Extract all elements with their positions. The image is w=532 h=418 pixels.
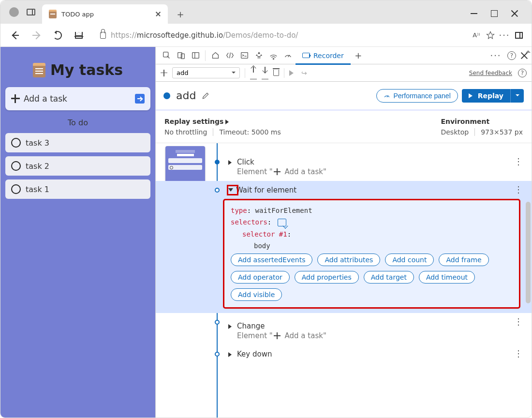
recording-status-icon — [163, 92, 170, 99]
task-checkbox[interactable] — [11, 138, 21, 148]
pill-add-properties[interactable]: Add properties — [295, 271, 359, 284]
caret-right-icon — [225, 119, 231, 124]
devtools-menu-button[interactable]: ··· — [489, 49, 502, 62]
favorite-icon[interactable] — [486, 31, 495, 40]
add-field-pills: Add assertedEvents Add attributes Add co… — [231, 254, 513, 301]
selector-picker-icon[interactable] — [278, 219, 286, 226]
step-click[interactable]: ⋮ Click Element " Add a task" — [156, 143, 532, 181]
window-close-button[interactable] — [511, 10, 518, 17]
more-tabs-button[interactable]: + — [352, 49, 365, 62]
step-keydown[interactable]: ⋮ Key down — [156, 345, 532, 363]
step-menu-button[interactable]: ⋮ — [514, 160, 523, 164]
step-menu-button[interactable]: ⋮ — [514, 352, 523, 356]
console-tab-icon[interactable] — [237, 49, 251, 62]
pill-add-target[interactable]: Add target — [364, 271, 414, 284]
sidebar-toggle-icon[interactable] — [514, 30, 524, 40]
delete-recording-button[interactable] — [273, 70, 279, 76]
add-task-input[interactable]: Add a task — [5, 87, 150, 110]
environment-device: Desktop — [441, 128, 475, 136]
dock-side-icon[interactable] — [189, 49, 202, 62]
add-task-submit-button[interactable] — [135, 94, 145, 104]
import-button[interactable] — [262, 66, 268, 73]
step-menu-button[interactable]: ⋮ — [514, 188, 523, 192]
environment-heading: Environment — [441, 118, 489, 125]
pill-add-timeout[interactable]: Add timeout — [419, 271, 475, 284]
recorder-icon — [302, 53, 310, 58]
pill-add-attributes[interactable]: Add attributes — [317, 254, 380, 266]
task-checkbox[interactable] — [11, 184, 21, 194]
devtools-close-button[interactable] — [521, 52, 528, 59]
recorder-toolbar: add ↪ Send feedback ? — [156, 64, 532, 82]
window-controls — [471, 10, 528, 24]
inspect-element-icon[interactable] — [160, 49, 173, 62]
window-maximize-button[interactable] — [491, 10, 498, 17]
window-titlebar: TODO app + — [0, 0, 532, 24]
task-item[interactable]: task 2 — [5, 156, 150, 176]
export-button[interactable] — [250, 66, 257, 73]
task-checkbox[interactable] — [11, 161, 21, 171]
recording-settings: Replay settings No throttling Timeout: 5… — [156, 111, 532, 143]
recording-selector[interactable]: add — [172, 67, 240, 78]
url-text: https://microsoftedge.github.io/Demos/de… — [111, 31, 460, 40]
timeline-node-icon — [215, 188, 220, 193]
devtools-help-button[interactable]: ? — [507, 51, 516, 60]
replay-settings-heading[interactable]: Replay settings — [164, 118, 223, 125]
step-change[interactable]: ⋮ Change Element " Add a task" — [156, 313, 532, 345]
recorder-help-button[interactable]: ? — [518, 69, 527, 77]
send-feedback-link[interactable]: Send feedback — [469, 70, 512, 76]
pill-add-count[interactable]: Add count — [385, 254, 434, 266]
pill-add-visible[interactable]: Add visible — [231, 288, 282, 301]
performance-panel-button[interactable]: Performance panel — [376, 89, 458, 103]
step-wait-for-element[interactable]: ⋮ Wait for element type: waitForElement … — [156, 181, 532, 313]
nav-refresh-button[interactable] — [48, 26, 67, 45]
pill-add-frame[interactable]: Add frame — [439, 254, 488, 266]
annotation-highlight — [227, 185, 238, 195]
browser-tab[interactable]: TODO app — [42, 4, 168, 24]
timeline-node-icon — [215, 160, 220, 164]
step-menu-button[interactable]: ⋮ — [514, 320, 523, 324]
pill-add-assertedevents[interactable]: Add assertedEvents — [231, 254, 312, 266]
elements-tab-icon[interactable] — [223, 49, 236, 62]
todo-app: My tasks Add a task To do task 3 task 2 … — [0, 47, 155, 418]
recorder-tab[interactable]: Recorder — [296, 47, 351, 65]
network-tab-icon[interactable] — [266, 49, 280, 62]
task-label: task 1 — [26, 185, 49, 194]
timeout-value: Timeout: 5000 ms — [219, 128, 286, 136]
lock-icon[interactable] — [100, 32, 106, 39]
devtools-panel: Recorder + ··· ? add ↪ Send feedback ? — [155, 47, 532, 418]
window-minimize-button[interactable] — [471, 10, 477, 17]
plus-icon — [274, 168, 281, 176]
plus-icon — [11, 94, 20, 103]
expand-icon[interactable] — [228, 352, 234, 357]
scrollbar-thumb[interactable] — [526, 202, 531, 303]
add-task-placeholder: Add a task — [24, 94, 67, 104]
performance-tab-icon[interactable] — [281, 49, 295, 62]
welcome-tab-icon[interactable] — [208, 49, 222, 62]
new-recording-button[interactable] — [161, 70, 167, 76]
browser-menu-button[interactable]: ··· — [500, 30, 509, 40]
task-item[interactable]: task 3 — [5, 133, 150, 152]
clipboard-icon — [33, 63, 45, 77]
scrollbar-up-icon[interactable] — [526, 48, 531, 53]
profile-icon[interactable] — [9, 7, 19, 17]
pill-add-operator[interactable]: Add operator — [231, 271, 290, 284]
replay-button[interactable]: Replay — [462, 89, 524, 103]
device-emulation-icon[interactable] — [174, 49, 188, 62]
new-tab-button[interactable]: + — [173, 6, 188, 22]
url-field[interactable]: https://microsoftedge.github.io/Demos/de… — [93, 27, 467, 44]
replay-dropdown-button[interactable] — [510, 89, 524, 103]
nav-home-button[interactable] — [69, 26, 89, 45]
edit-name-button[interactable] — [202, 92, 209, 100]
task-item[interactable]: task 1 — [5, 179, 150, 199]
nav-back-button[interactable] — [5, 26, 25, 45]
read-aloud-icon[interactable]: A⁾⁾ — [472, 30, 481, 40]
todo-title: My tasks — [50, 61, 123, 78]
expand-icon[interactable] — [228, 160, 234, 165]
workspace-icon[interactable] — [27, 9, 35, 15]
recording-steps: ⋮ Click Element " Add a task" ⋮ — [156, 143, 532, 418]
tab-favicon-icon — [49, 10, 57, 18]
timeline-node-icon — [215, 320, 220, 325]
expand-icon[interactable] — [228, 324, 234, 329]
tab-close-button[interactable] — [155, 11, 161, 17]
sources-tab-icon[interactable] — [252, 49, 266, 62]
